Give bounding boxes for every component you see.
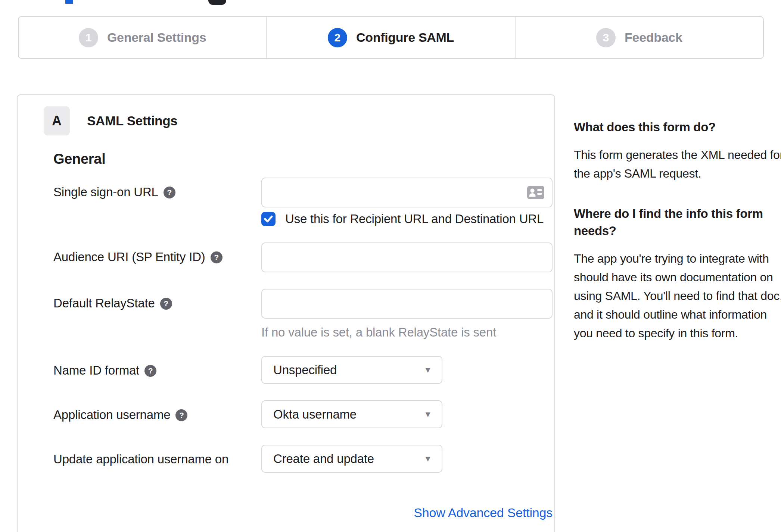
field-label-cell: Single sign-on URL? xyxy=(53,178,261,226)
field-control-cell: If no value is set, a blank RelayState i… xyxy=(261,289,553,339)
field-label-cell: Application username? xyxy=(53,400,261,428)
step-number-badge: 3 xyxy=(596,28,616,47)
chevron-down-icon: ▼ xyxy=(424,410,432,419)
sidebar-body-where: The app you're trying to integrate with … xyxy=(574,249,781,342)
field-label-cell: Name ID format? xyxy=(53,356,261,384)
field-row-name-id-format: Name ID format? Unspecified ▼ xyxy=(53,356,554,384)
sso-url-label: Single sign-on URL xyxy=(53,185,158,199)
relay-state-label: Default RelayState xyxy=(53,296,155,310)
audience-uri-input-wrap xyxy=(261,242,553,272)
field-row-audience-uri: Audience URI (SP Entity ID)? xyxy=(53,242,554,272)
app-username-label: Application username xyxy=(53,408,170,422)
help-icon[interactable]: ? xyxy=(144,365,156,377)
help-icon[interactable]: ? xyxy=(160,298,172,310)
step-number-badge: 2 xyxy=(328,28,347,47)
name-id-format-select[interactable]: Unspecified ▼ xyxy=(261,356,442,384)
chevron-down-icon: ▼ xyxy=(424,455,432,463)
step-label: General Settings xyxy=(107,30,206,45)
step-general-settings[interactable]: 1 General Settings xyxy=(19,17,266,58)
step-number-badge: 1 xyxy=(79,28,98,47)
field-control-cell: Unspecified ▼ xyxy=(261,356,553,384)
recipient-url-checkbox[interactable] xyxy=(261,212,276,226)
update-username-select[interactable]: Create and update ▼ xyxy=(261,445,442,473)
contact-card-icon[interactable] xyxy=(527,186,544,199)
select-value: Create and update xyxy=(273,452,374,466)
select-value: Okta username xyxy=(273,407,357,422)
help-icon[interactable]: ? xyxy=(211,251,223,263)
card-header: A SAML Settings xyxy=(44,106,554,135)
card-title: SAML Settings xyxy=(87,113,177,128)
app-username-select[interactable]: Okta username ▼ xyxy=(261,400,442,428)
step-feedback[interactable]: 3 Feedback xyxy=(515,17,763,58)
field-row-app-username: Application username? Okta username ▼ xyxy=(53,400,554,428)
section-letter-badge: A xyxy=(44,106,70,135)
field-control-cell: Create and update ▼ xyxy=(261,445,553,473)
show-advanced-settings-link[interactable]: Show Advanced Settings xyxy=(414,506,553,520)
update-username-label: Update application username on xyxy=(53,452,228,466)
sidebar-heading-what: What does this form do? xyxy=(574,119,781,136)
sso-url-input[interactable] xyxy=(261,178,553,207)
select-value: Unspecified xyxy=(273,363,337,377)
step-label: Configure SAML xyxy=(356,30,454,45)
sidebar-body-what: This form generates the XML needed for t… xyxy=(574,145,781,183)
name-id-format-label: Name ID format xyxy=(53,363,139,377)
advanced-settings-row: Show Advanced Settings xyxy=(53,506,553,520)
field-row-relay-state: Default RelayState? If no value is set, … xyxy=(53,289,554,339)
field-label-cell: Update application username on xyxy=(53,445,261,473)
sso-url-input-wrap xyxy=(261,178,553,207)
field-label-cell: Audience URI (SP Entity ID)? xyxy=(53,242,261,272)
clipped-blue-logo-fragment xyxy=(65,0,73,4)
help-icon[interactable]: ? xyxy=(164,187,175,198)
recipient-url-checkbox-row: Use this for Recipient URL and Destinati… xyxy=(261,212,553,226)
help-sidebar: What does this form do? This form genera… xyxy=(574,119,781,365)
step-label: Feedback xyxy=(625,30,682,45)
relay-state-input[interactable] xyxy=(261,289,553,319)
audience-uri-input[interactable] xyxy=(261,242,553,272)
checkmark-icon xyxy=(264,215,273,223)
field-row-update-username: Update application username on Create an… xyxy=(53,445,554,473)
saml-settings-card: A SAML Settings General Single sign-on U… xyxy=(17,94,555,532)
step-configure-saml[interactable]: 2 Configure SAML xyxy=(266,17,514,58)
general-section-title: General xyxy=(53,151,554,167)
relay-state-hint: If no value is set, a blank RelayState i… xyxy=(261,325,553,339)
field-label-cell: Default RelayState? xyxy=(53,289,261,339)
recipient-url-checkbox-label: Use this for Recipient URL and Destinati… xyxy=(285,212,544,226)
help-icon[interactable]: ? xyxy=(175,409,187,421)
clipped-dark-icon-fragment xyxy=(208,0,226,5)
chevron-down-icon: ▼ xyxy=(424,366,432,374)
field-control-cell: Okta username ▼ xyxy=(261,400,553,428)
wizard-stepper: 1 General Settings 2 Configure SAML 3 Fe… xyxy=(18,16,764,59)
field-row-sso-url: Single sign-on URL? xyxy=(53,178,554,226)
audience-uri-label: Audience URI (SP Entity ID) xyxy=(53,250,205,264)
saml-form: Single sign-on URL? xyxy=(53,178,554,520)
sidebar-heading-where: Where do I find the info this form needs… xyxy=(574,205,781,240)
relay-state-input-wrap xyxy=(261,289,553,319)
field-control-cell xyxy=(261,242,553,272)
field-control-cell: Use this for Recipient URL and Destinati… xyxy=(261,178,553,226)
